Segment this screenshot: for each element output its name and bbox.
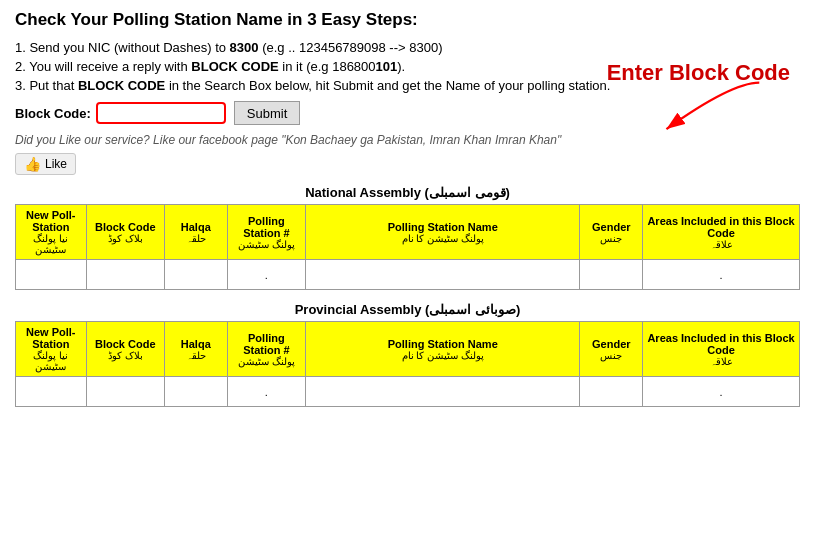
td-areas-pa: .	[643, 377, 800, 407]
td-new-poll-na	[16, 260, 87, 290]
national-assembly-section: National Assembly (قومی اسمبلی) New Poll…	[15, 185, 800, 290]
td-block-code-na	[86, 260, 164, 290]
th-block-code-pa: Block Codeبلاک کوڈ	[86, 322, 164, 377]
th-new-poll-station-pa: New Poll-Stationنیا پولنگ سٹیشن	[16, 322, 87, 377]
block-code-input[interactable]	[96, 102, 226, 124]
td-areas-na: .	[643, 260, 800, 290]
steps-section: 1. Send you NIC (without Dashes) to 8300…	[15, 40, 800, 93]
table-row: . .	[16, 377, 800, 407]
td-new-poll-pa	[16, 377, 87, 407]
provincial-assembly-header-row: New Poll-Stationنیا پولنگ سٹیشن Block Co…	[16, 322, 800, 377]
th-new-poll-station-na: New Poll-Stationنیا پولنگ سٹیشن	[16, 205, 87, 260]
arrow-icon	[590, 78, 780, 143]
provincial-assembly-section: Provincial Assembly (صوبائی اسمبلی) New …	[15, 302, 800, 407]
td-ps-name-pa	[306, 377, 580, 407]
block-code-label: Block Code:	[15, 106, 91, 121]
like-icon: 👍	[24, 156, 41, 172]
td-block-code-pa	[86, 377, 164, 407]
provincial-assembly-title: Provincial Assembly (صوبائی اسمبلی)	[15, 302, 800, 317]
th-areas-pa: Areas Included in this Block Codeعلاقہ	[643, 322, 800, 377]
td-halqa-na	[164, 260, 227, 290]
th-halqa-na: Halqaحلقہ	[164, 205, 227, 260]
national-assembly-title: National Assembly (قومی اسمبلی)	[15, 185, 800, 200]
td-ps-name-na	[306, 260, 580, 290]
th-areas-na: Areas Included in this Block Codeعلاقہ	[643, 205, 800, 260]
th-block-code-na: Block Codeبلاک کوڈ	[86, 205, 164, 260]
th-halqa-pa: Halqaحلقہ	[164, 322, 227, 377]
td-halqa-pa	[164, 377, 227, 407]
th-ps-name-na: Polling Station Nameپولنگ سٹیشن کا نام	[306, 205, 580, 260]
page-title: Check Your Polling Station Name in 3 Eas…	[15, 10, 800, 30]
step-1: 1. Send you NIC (without Dashes) to 8300…	[15, 40, 800, 55]
page-container: Check Your Polling Station Name in 3 Eas…	[15, 10, 800, 407]
national-assembly-table: New Poll-Stationنیا پولنگ سٹیشن Block Co…	[15, 204, 800, 290]
national-assembly-header-row: New Poll-Stationنیا پولنگ سٹیشن Block Co…	[16, 205, 800, 260]
like-button[interactable]: 👍 Like	[15, 153, 76, 175]
like-label: Like	[45, 157, 67, 171]
submit-button[interactable]: Submit	[234, 101, 300, 125]
th-gender-na: Genderجنس	[580, 205, 643, 260]
td-ps-num-pa: .	[227, 377, 305, 407]
td-ps-num-na: .	[227, 260, 305, 290]
provincial-assembly-table: New Poll-Stationنیا پولنگ سٹیشن Block Co…	[15, 321, 800, 407]
th-ps-name-pa: Polling Station Nameپولنگ سٹیشن کا نام	[306, 322, 580, 377]
th-ps-num-pa: Polling Station #پولنگ سٹیشن	[227, 322, 305, 377]
th-ps-num-na: Polling Station #پولنگ سٹیشن	[227, 205, 305, 260]
table-row: . .	[16, 260, 800, 290]
td-gender-na	[580, 260, 643, 290]
td-gender-pa	[580, 377, 643, 407]
th-gender-pa: Genderجنس	[580, 322, 643, 377]
